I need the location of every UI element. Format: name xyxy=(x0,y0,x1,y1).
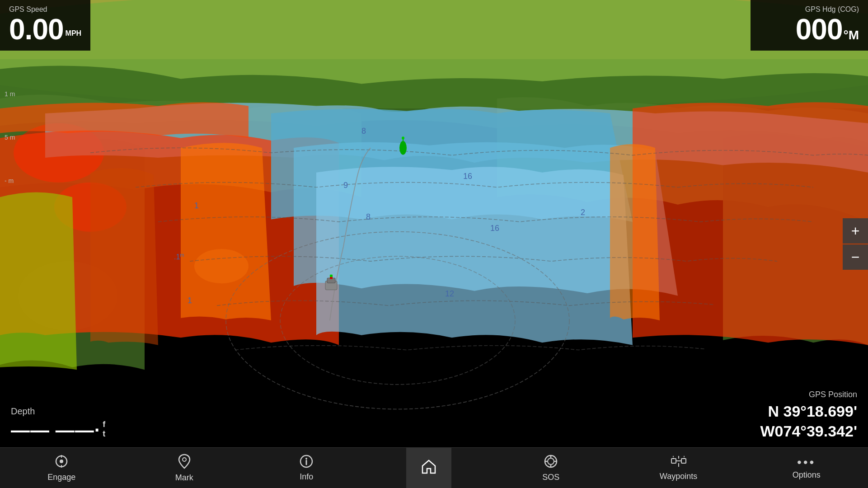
gps-heading-unit: °M xyxy=(843,29,859,42)
svg-rect-30 xyxy=(671,459,676,463)
app: 1 9 8 8 16 16 12 2 1 .1m 1 m 5 m - m + xyxy=(0,0,868,488)
depth-num-1: 1 xyxy=(194,201,199,211)
gps-heading-value: 000 xyxy=(796,14,843,45)
scale-5m: 5 m xyxy=(5,134,15,141)
depth-num-16b: 16 xyxy=(490,224,499,233)
svg-point-20 xyxy=(183,458,186,461)
nav-engage-label: Engage xyxy=(47,473,75,482)
depth-num-0_1: .1m xyxy=(174,252,184,261)
gps-position-label: GPS Position xyxy=(743,390,857,399)
svg-point-13 xyxy=(399,141,407,155)
nav-options-label: Options xyxy=(793,470,821,480)
zoom-in-button[interactable]: + xyxy=(843,218,868,244)
nav-home[interactable] xyxy=(406,448,451,488)
scale-m: - m xyxy=(5,177,15,184)
svg-point-25 xyxy=(548,458,554,465)
gps-heading-label: GPS Hdg (COG) xyxy=(760,5,859,14)
depth-unit-f: f xyxy=(103,420,105,430)
depth-unit-t: t xyxy=(103,429,105,439)
gps-lat: N 39°18.699' xyxy=(743,401,857,421)
depth-num-9: 9 xyxy=(343,181,348,190)
depth-value: —— ——· xyxy=(11,419,100,441)
svg-point-23 xyxy=(305,458,307,460)
nav-info-label: Info xyxy=(300,472,313,482)
waypoints-icon xyxy=(671,455,687,470)
depth-num-8a: 8 xyxy=(361,127,366,136)
depth-num-1b: 1 xyxy=(188,296,192,305)
svg-rect-12 xyxy=(330,275,333,277)
gps-speed-panel: GPS Speed 0.00 MPH xyxy=(0,0,90,51)
gps-speed-label: GPS Speed xyxy=(9,5,81,14)
depth-num-2: 2 xyxy=(581,208,585,217)
sos-icon xyxy=(544,454,558,471)
depth-panel: Depth —— ——· f t xyxy=(0,400,116,447)
nav-info[interactable]: Info xyxy=(284,448,329,488)
options-icon: ••• xyxy=(797,456,816,469)
scale-1m: 1 m xyxy=(5,90,15,98)
gps-speed-unit: MPH xyxy=(66,30,82,41)
nav-sos[interactable]: SOS xyxy=(528,448,573,488)
info-icon xyxy=(300,455,313,470)
gps-lon: W074°39.342' xyxy=(743,421,857,441)
zoom-out-button[interactable]: − xyxy=(843,244,868,270)
nav-mark[interactable]: Mark xyxy=(162,448,207,488)
nav-mark-label: Mark xyxy=(175,473,193,483)
nav-sos-label: SOS xyxy=(542,473,559,482)
home-icon xyxy=(421,460,436,476)
nav-waypoints[interactable]: Waypoints xyxy=(651,448,706,488)
depth-num-8b: 8 xyxy=(366,212,371,222)
nav-options[interactable]: ••• Options xyxy=(784,448,830,488)
engage-icon xyxy=(54,454,69,471)
zoom-controls: + − xyxy=(843,218,868,270)
svg-rect-31 xyxy=(681,459,686,463)
gps-heading-panel: GPS Hdg (COG) 000 °M xyxy=(751,0,868,51)
nav-engage[interactable]: Engage xyxy=(38,448,84,488)
depth-num-12: 12 xyxy=(445,289,454,299)
depth-label: Depth xyxy=(11,406,105,417)
svg-point-15 xyxy=(402,136,404,140)
mark-icon xyxy=(178,454,191,471)
nav-waypoints-label: Waypoints xyxy=(660,472,697,481)
depth-num-16a: 16 xyxy=(463,172,472,181)
svg-point-17 xyxy=(60,460,63,463)
gps-position-panel: GPS Position N 39°18.699' W074°39.342' xyxy=(732,384,868,447)
bottom-navigation: Engage Mark Info xyxy=(0,447,868,488)
scale-indicators: 1 m 5 m - m xyxy=(5,90,15,221)
gps-speed-value: 0.00 xyxy=(9,14,64,45)
